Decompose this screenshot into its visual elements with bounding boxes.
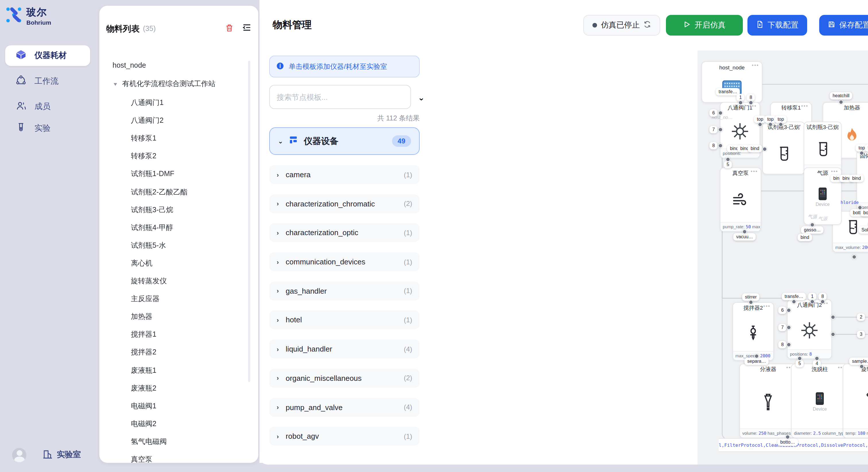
tree-item[interactable]: 试剂瓶3-己烷	[131, 205, 173, 215]
sidebar-item-members[interactable]: 成员	[5, 96, 90, 117]
node-menu-icon[interactable]: •••	[751, 169, 758, 174]
port-dot[interactable]	[749, 300, 753, 305]
tree-item[interactable]: 加热器	[131, 312, 152, 322]
node-eight-way-valve-2[interactable]: 八通阀门2•••positions: 8	[787, 299, 832, 359]
port-dot[interactable]	[839, 100, 843, 104]
tree-item[interactable]: 真空泵	[131, 455, 152, 463]
tree-item[interactable]: 主反应器	[131, 294, 160, 304]
port-dot[interactable]	[718, 127, 723, 132]
refresh-icon[interactable]	[644, 21, 651, 30]
port-dot[interactable]	[786, 325, 791, 330]
port-dot[interactable]	[754, 354, 759, 359]
category-row-organic_miscellaneous[interactable]: ›organic_miscellaneous(2)	[269, 369, 420, 388]
tree-item[interactable]: 旋转蒸发仪	[131, 276, 167, 286]
category-row-communication_devices[interactable]: ›communication_devices(1)	[269, 252, 420, 271]
tree-root-host-node[interactable]: host_node	[113, 61, 146, 69]
tree-item[interactable]: 电磁阀2	[131, 419, 156, 429]
tree-group-workstation[interactable]: ▼有机化学流程综合测试工作站	[113, 79, 216, 89]
port-dot[interactable]	[792, 299, 796, 304]
tree-item[interactable]: 转移泵2	[131, 152, 156, 162]
save-config-button[interactable]: 保存配置	[819, 15, 868, 36]
port-dot[interactable]	[738, 100, 743, 105]
port-dot[interactable]	[797, 356, 802, 361]
tree-item[interactable]: 搅拌器1	[131, 330, 156, 340]
save-icon	[828, 21, 835, 30]
avatar[interactable]	[12, 448, 26, 462]
tree-item[interactable]: 电磁阀1	[131, 401, 156, 411]
port-dot[interactable]	[810, 223, 815, 227]
graph-canvas[interactable]: 有机化学流程综合测试工作站 转移泵1•••试剂瓶3-己烷•••加热器•••搅拌器…	[698, 50, 868, 465]
category-row-liquid_handler[interactable]: ›liquid_handler(4)	[269, 339, 420, 359]
download-config-button[interactable]: 下载配置	[747, 15, 807, 36]
port-dot[interactable]	[858, 205, 862, 210]
node-rotary-evaporator[interactable]: 旋转蒸发仪•••temp: 180 max_rotation_speed:	[843, 364, 868, 438]
node-elution-column[interactable]: 洗脱柱•••Devicediameter: 2.5 column_type: s…	[791, 364, 848, 438]
port-dot[interactable]	[768, 122, 773, 127]
node-menu-icon[interactable]: •••	[763, 303, 770, 309]
port-dot[interactable]	[859, 364, 864, 369]
port-dot[interactable]	[785, 435, 790, 439]
node-vacuum-pump[interactable]: 真空泵•••pump_rate: 50 max_vacuum: 0.1	[720, 167, 761, 232]
node-stirrer-2[interactable]: 搅拌器2•••max_speed: 2000	[733, 302, 774, 361]
port-dot[interactable]	[859, 151, 864, 156]
port-dot[interactable]	[831, 332, 835, 337]
category-row-pump_and_valve[interactable]: ›pump_and_valve(4)	[269, 398, 420, 417]
panel-collapse-chevron-icon[interactable]: ⌄	[418, 93, 425, 102]
node-menu-icon[interactable]: •••	[752, 63, 759, 68]
port-dot[interactable]	[718, 143, 723, 148]
faded-node-label: 气源	[808, 214, 817, 220]
tree-item[interactable]: 废液瓶2	[131, 383, 156, 393]
port-dot[interactable]	[786, 342, 791, 347]
node-menu-icon[interactable]: •••	[801, 103, 808, 109]
port-dot[interactable]	[718, 111, 723, 115]
lab-entry[interactable]: 实验室	[42, 449, 81, 461]
category-group-instruments[interactable]: ⌄ 仪器设备 49	[269, 127, 420, 155]
port-dot[interactable]	[786, 308, 791, 312]
port-dot[interactable]	[831, 315, 835, 319]
category-row-camera[interactable]: ›camera(1)	[269, 165, 420, 184]
tree-item[interactable]: 八通阀门1	[131, 98, 164, 108]
run-simulation-button[interactable]: 开启仿真	[666, 15, 743, 36]
port-dot[interactable]	[763, 147, 767, 151]
node-reagent-bottle-3-back[interactable]: 试剂瓶3-己烷•••	[763, 122, 805, 174]
collapse-list-icon[interactable]	[242, 23, 251, 34]
category-row-characterization_optic[interactable]: ›characterization_optic(1)	[269, 224, 420, 242]
node-menu-icon[interactable]: •••	[831, 169, 838, 174]
materials-scrollbar[interactable]	[248, 61, 250, 382]
sidebar-item-experiments[interactable]: 实验	[5, 118, 90, 139]
tree-item[interactable]: 废液瓶1	[131, 366, 156, 375]
node-menu-icon[interactable]: •••	[831, 123, 838, 129]
node-menu-icon[interactable]: •••	[794, 123, 801, 129]
tree-item[interactable]: 八通阀门2	[131, 116, 164, 126]
simulation-status-pill[interactable]: 仿真已停止	[583, 15, 660, 36]
tree-item[interactable]: 转移泵1	[131, 134, 156, 143]
tree-item[interactable]: 氢气电磁阀	[131, 437, 167, 447]
logo[interactable]: 玻尔 Bohrium	[6, 6, 51, 26]
tree-item[interactable]: 试剂瓶2-乙酸乙酯	[131, 187, 187, 197]
sidebar-item-workflow[interactable]: 工作流	[5, 71, 90, 92]
sidebar-item-instruments[interactable]: 仪器耗材	[5, 45, 90, 66]
port-dot[interactable]	[852, 255, 857, 259]
category-row-gas_handler[interactable]: ›gas_handler(1)	[269, 281, 420, 301]
port-dot[interactable]	[815, 356, 819, 361]
port-dot[interactable]	[778, 122, 783, 127]
search-input[interactable]	[269, 85, 411, 109]
tree-item[interactable]: 试剂瓶1-DMF	[131, 169, 174, 179]
trash-icon[interactable]	[225, 23, 234, 34]
port-dot[interactable]	[820, 299, 825, 304]
chevron-down-icon[interactable]: ▼	[113, 81, 118, 87]
category-row-characterization_chromatic[interactable]: ›characterization_chromatic(2)	[269, 194, 420, 213]
port-dot[interactable]	[810, 299, 815, 304]
tree-item[interactable]: 搅拌器2	[131, 348, 156, 358]
node-separator[interactable]: 分液器•••volume: 250 has_phases: true	[739, 364, 797, 438]
category-row-robot_agv[interactable]: ›robot_agv(1)	[269, 427, 420, 446]
tree-item[interactable]: 试剂瓶5-水	[131, 241, 166, 250]
node-reagent-bottle-3[interactable]: 试剂瓶3-己烷•••ate: 10	[804, 122, 842, 174]
port-dot[interactable]	[749, 100, 753, 105]
tree-item[interactable]: 离心机	[131, 259, 152, 268]
port-dot[interactable]	[758, 122, 763, 127]
tree-item[interactable]: 试剂瓶4-甲醇	[131, 223, 173, 233]
category-row-hotel[interactable]: ›hotel(1)	[269, 310, 420, 330]
port-dot[interactable]	[742, 229, 747, 234]
port-dot[interactable]	[725, 157, 730, 162]
